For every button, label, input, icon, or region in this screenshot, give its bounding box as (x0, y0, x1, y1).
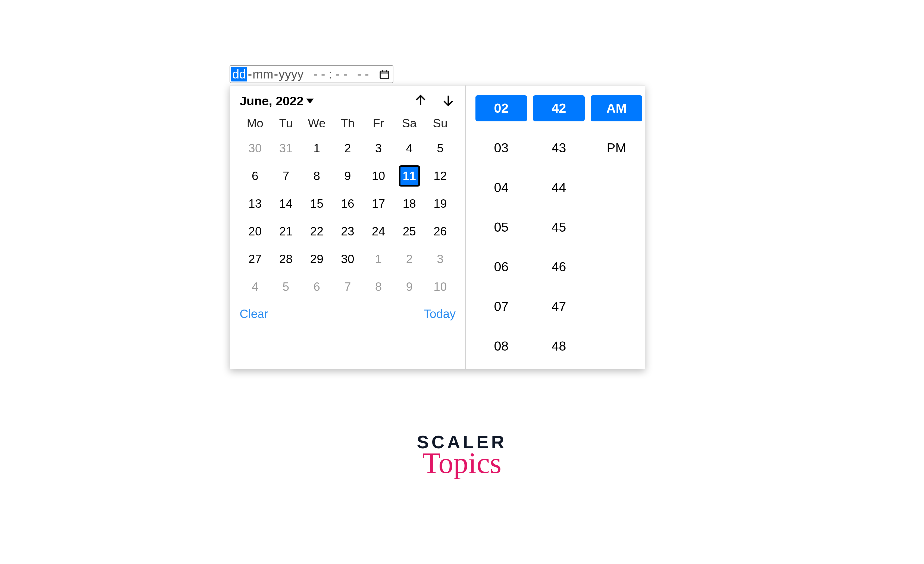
day-of-week-header: Su (424, 117, 456, 130)
input-year-segment[interactable]: yyyy (279, 67, 303, 81)
calendar-day[interactable]: 11 (400, 166, 419, 186)
calendar-day[interactable]: 25 (400, 222, 419, 241)
today-button[interactable]: Today (424, 307, 456, 321)
calendar-day[interactable]: 2 (400, 250, 419, 269)
calendar-day[interactable]: 24 (369, 222, 388, 241)
calendar-day[interactable]: 8 (307, 166, 326, 186)
input-day-segment[interactable]: dd (231, 67, 247, 81)
next-month-button[interactable] (441, 93, 456, 109)
calendar-day[interactable]: 10 (430, 277, 450, 296)
clear-button[interactable]: Clear (240, 307, 268, 321)
day-of-week-header: We (301, 117, 332, 130)
calendar-day[interactable]: 16 (338, 194, 357, 213)
month-select-button[interactable]: June, 2022 (240, 94, 314, 108)
calendar-day[interactable]: 20 (246, 222, 265, 241)
calendar-day[interactable]: 28 (276, 250, 296, 269)
calendar-day[interactable]: 19 (430, 194, 450, 213)
calendar-day[interactable]: 5 (430, 139, 450, 158)
calendar-day[interactable]: 30 (246, 139, 265, 158)
hour-option[interactable]: 07 (476, 293, 527, 320)
day-of-week-header: Sa (394, 117, 425, 130)
calendar-day[interactable]: 6 (307, 277, 326, 296)
calendar-day[interactable]: 10 (369, 166, 388, 186)
hour-option[interactable]: 08 (476, 333, 527, 359)
day-of-week-header: Fr (363, 117, 394, 130)
minute-option[interactable]: 42 (533, 95, 585, 121)
calendar-day[interactable]: 18 (400, 194, 419, 213)
calendar-day[interactable]: 26 (430, 222, 450, 241)
calendar-day[interactable]: 31 (276, 139, 296, 158)
hour-option[interactable]: 06 (476, 254, 527, 280)
calendar-day[interactable]: 30 (338, 250, 357, 269)
input-month-segment[interactable]: mm (253, 67, 274, 81)
calendar-day[interactable]: 1 (369, 250, 388, 269)
arrow-up-icon (413, 93, 428, 108)
input-time-segment[interactable]: - - : - - (313, 67, 347, 81)
arrow-down-icon (441, 93, 456, 108)
date-panel: June, 2022 MoTuWeThFrS (230, 85, 466, 369)
minutes-column[interactable]: 42434445464748 (533, 95, 585, 359)
calendar-day[interactable]: 23 (338, 222, 357, 241)
calendar-day[interactable]: 8 (369, 277, 388, 296)
calendar-day[interactable]: 17 (369, 194, 388, 213)
hour-option[interactable]: 03 (476, 135, 527, 161)
calendar-day[interactable]: 15 (307, 194, 326, 213)
calendar-day[interactable]: 9 (338, 166, 357, 186)
calendar-day[interactable]: 7 (338, 277, 357, 296)
calendar-day[interactable]: 29 (307, 250, 326, 269)
minute-option[interactable]: 45 (533, 214, 585, 240)
calendar-day[interactable]: 14 (276, 194, 296, 213)
month-label: June, 2022 (240, 94, 303, 108)
calendar-day[interactable]: 2 (338, 139, 357, 158)
hours-column[interactable]: 02030405060708 (476, 95, 527, 359)
ampm-option[interactable]: PM (591, 135, 642, 161)
minute-option[interactable]: 46 (533, 254, 585, 280)
calendar-day[interactable]: 13 (246, 194, 265, 213)
minute-option[interactable]: 47 (533, 293, 585, 320)
prev-month-button[interactable] (413, 93, 428, 109)
input-ampm-segment[interactable]: - - (357, 67, 369, 81)
calendar-day[interactable]: 3 (430, 250, 450, 269)
brand-logo: SCALER Topics (397, 432, 527, 480)
time-panel: 02030405060708 42434445464748 AMPM (466, 85, 645, 369)
hour-option[interactable]: 02 (476, 95, 527, 121)
calendar-icon[interactable] (379, 69, 390, 80)
calendar-day[interactable]: 3 (369, 139, 388, 158)
calendar-day[interactable]: 5 (276, 277, 296, 296)
brand-line2: Topics (397, 446, 527, 480)
calendar-day[interactable]: 6 (246, 166, 265, 186)
minute-option[interactable]: 44 (533, 175, 585, 200)
calendar-day[interactable]: 1 (307, 139, 326, 158)
hour-option[interactable]: 05 (476, 214, 527, 240)
datetime-input[interactable]: dd - mm - yyyy - - : - - - - (230, 65, 393, 83)
calendar-day[interactable]: 9 (400, 277, 419, 296)
calendar-day[interactable]: 4 (400, 139, 419, 158)
day-of-week-header: Tu (271, 117, 302, 130)
day-of-week-header: Th (332, 117, 363, 130)
ampm-option[interactable]: AM (591, 95, 642, 121)
minute-option[interactable]: 48 (533, 333, 585, 359)
minute-option[interactable]: 43 (533, 135, 585, 161)
calendar-day[interactable]: 12 (430, 166, 450, 186)
calendar-day[interactable]: 7 (276, 166, 296, 186)
caret-down-icon (306, 99, 314, 103)
calendar-day[interactable]: 21 (276, 222, 296, 241)
datetime-picker-popup: June, 2022 MoTuWeThFrS (230, 85, 645, 369)
day-of-week-header: Mo (240, 117, 271, 130)
calendar-day[interactable]: 27 (246, 250, 265, 269)
calendar-day[interactable]: 4 (246, 277, 265, 296)
calendar-day[interactable]: 22 (307, 222, 326, 241)
ampm-column[interactable]: AMPM (591, 95, 642, 359)
svg-rect-0 (380, 71, 389, 79)
hour-option[interactable]: 04 (476, 175, 527, 200)
